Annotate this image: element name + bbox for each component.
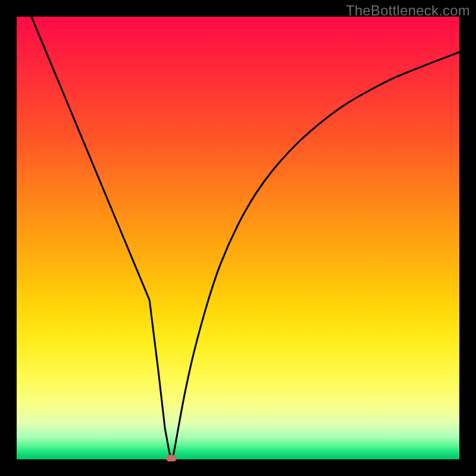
bottleneck-curve	[17, 17, 459, 459]
curve-layer	[17, 17, 459, 459]
plot-area	[17, 17, 459, 459]
chart-frame: TheBottleneck.com	[0, 0, 476, 476]
